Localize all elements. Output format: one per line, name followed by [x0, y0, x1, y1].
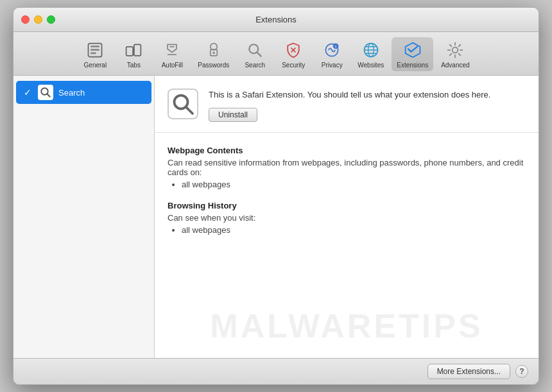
toolbar-items: General Tabs	[77, 37, 474, 71]
list-item: all webpages	[182, 180, 526, 189]
toolbar-item-tabs[interactable]: Tabs	[116, 37, 151, 71]
extension-description: This is a Safari Extension. You should t…	[209, 89, 526, 101]
traffic-lights	[21, 15, 55, 24]
svg-point-10	[212, 52, 215, 55]
extension-info: This is a Safari Extension. You should t…	[209, 89, 526, 122]
detail-panel: MALWARETIPS This is a Safari Extension. …	[155, 76, 539, 358]
privacy-icon: !	[322, 40, 342, 60]
toolbar: General Tabs	[13, 32, 539, 76]
sidebar: ✓ Search	[13, 76, 155, 358]
toolbar-item-websites[interactable]: Websites	[352, 37, 389, 71]
svg-line-28	[186, 107, 193, 114]
maximize-button[interactable]	[47, 15, 55, 24]
toolbar-item-autofill[interactable]: AutoFill	[154, 37, 190, 71]
sidebar-item-search-ext[interactable]: ✓ Search	[16, 81, 151, 104]
permission-title-history: Browsing History	[168, 201, 526, 210]
close-button[interactable]	[21, 15, 30, 24]
checkbox-checked-icon: ✓	[22, 87, 33, 98]
tabs-icon	[123, 40, 144, 60]
autofill-icon	[162, 40, 182, 60]
toolbar-label-security: Security	[282, 62, 305, 69]
permissions-section: Webpage Contents Can read sensitive info…	[155, 133, 539, 259]
svg-rect-4	[126, 47, 134, 56]
svg-rect-5	[134, 44, 141, 56]
main-content: ✓ Search MALWARETIPS	[13, 76, 539, 358]
sidebar-extension-name: Search	[58, 88, 85, 98]
toolbar-label-general: General	[84, 62, 107, 69]
general-icon	[85, 40, 105, 60]
help-button[interactable]: ?	[515, 365, 528, 378]
window-title: Extensions	[255, 15, 297, 24]
permission-desc-history: Can see when you visit:	[168, 213, 526, 223]
toolbar-label-passwords: Passwords	[198, 62, 229, 69]
advanced-icon	[445, 40, 465, 60]
permission-block-history: Browsing History Can see when you visit:…	[168, 201, 526, 235]
extension-icon	[38, 85, 53, 100]
toolbar-label-advanced: Advanced	[441, 62, 469, 69]
extensions-icon	[402, 40, 423, 60]
websites-icon	[361, 40, 381, 60]
svg-rect-1	[91, 46, 99, 47]
watermark: MALWARETIPS	[210, 307, 483, 345]
toolbar-label-autofill: AutoFill	[162, 62, 183, 69]
uninstall-button[interactable]: Uninstall	[209, 108, 257, 122]
svg-point-24	[453, 47, 458, 53]
toolbar-item-advanced[interactable]: Advanced	[436, 37, 474, 71]
toolbar-label-privacy: Privacy	[322, 62, 343, 69]
permission-list-webpage: all webpages	[168, 180, 526, 189]
toolbar-item-general[interactable]: General	[77, 37, 113, 71]
toolbar-label-search: Search	[245, 62, 265, 69]
svg-line-12	[257, 53, 261, 56]
titlebar: Extensions	[13, 8, 539, 32]
passwords-icon	[203, 40, 224, 60]
toolbar-label-websites: Websites	[358, 62, 384, 69]
list-item: all webpages	[182, 225, 526, 235]
more-extensions-button[interactable]: More Extensions...	[427, 364, 510, 379]
toolbar-item-extensions[interactable]: Extensions	[392, 37, 433, 71]
svg-rect-3	[91, 53, 96, 55]
svg-line-26	[47, 94, 50, 97]
security-icon	[283, 40, 304, 60]
svg-text:!: !	[335, 44, 336, 49]
permission-block-webpage: Webpage Contents Can read sensitive info…	[168, 146, 526, 189]
extension-header: This is a Safari Extension. You should t…	[155, 76, 539, 133]
toolbar-item-search[interactable]: Search	[237, 37, 273, 71]
toolbar-item-privacy[interactable]: ! Privacy	[314, 37, 350, 71]
svg-rect-2	[91, 49, 99, 51]
permission-title-webpage: Webpage Contents	[168, 146, 526, 155]
permission-list-history: all webpages	[168, 225, 526, 235]
minimize-button[interactable]	[34, 15, 42, 24]
toolbar-label-tabs: Tabs	[127, 62, 141, 69]
permission-desc-webpage: Can read sensitive information from webp…	[168, 158, 526, 177]
extension-logo	[168, 89, 198, 119]
toolbar-item-security[interactable]: Security	[275, 37, 311, 71]
footer: More Extensions... ?	[13, 358, 539, 384]
search-toolbar-icon	[245, 40, 265, 60]
toolbar-label-extensions: Extensions	[397, 62, 428, 69]
toolbar-item-passwords[interactable]: Passwords	[193, 37, 234, 71]
safari-preferences-window: Extensions General	[13, 7, 539, 385]
